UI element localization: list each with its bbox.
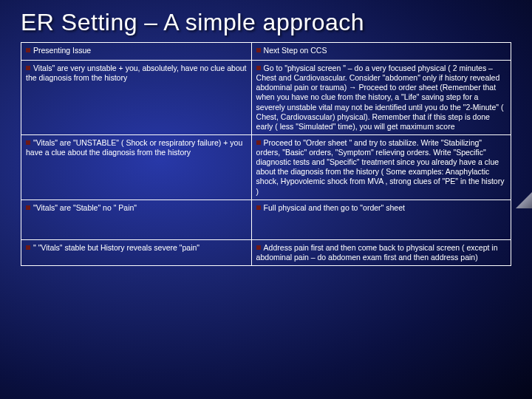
header-left-text: Presenting Issue	[33, 46, 91, 55]
slide-title: ER Setting – A simple approach	[0, 0, 532, 42]
bullet-icon	[26, 205, 30, 210]
cell-step: Full physical and then go to "order" she…	[264, 203, 405, 212]
header-next-step: Next Step on CCS	[251, 43, 511, 61]
table-row: " "Vitals" stable but History reveals se…	[21, 239, 511, 265]
header-presenting-issue: Presenting Issue	[21, 43, 252, 61]
cell-issue: Vitals" are very unstable + you, absolut…	[26, 64, 246, 82]
table-row: Vitals" are very unstable + you, absolut…	[21, 61, 511, 135]
bullet-icon	[26, 66, 30, 70]
bullet-icon	[26, 140, 30, 145]
table-header-row: Presenting Issue Next Step on CCS	[21, 43, 511, 61]
cell-step: Address pain first and then come back to…	[256, 243, 498, 262]
bullet-icon	[256, 205, 261, 210]
bullet-icon	[256, 140, 261, 145]
page-curl-icon	[516, 192, 532, 208]
cell-issue: " "Vitals" stable but History reveals se…	[33, 243, 200, 252]
bullet-icon	[256, 66, 261, 70]
bullet-icon	[256, 245, 261, 250]
bullet-icon	[26, 48, 30, 52]
header-right-text: Next Step on CCS	[264, 46, 327, 55]
cell-step: Proceed to "Order sheet " and try to sta…	[256, 138, 505, 196]
cell-issue: "Vitals" are "Stable" no " Pain"	[33, 203, 137, 212]
table-row: "Vitals" are "UNSTABLE" ( Shock or respi…	[21, 134, 511, 200]
bullet-icon	[26, 245, 30, 250]
bullet-icon	[256, 48, 261, 52]
cell-issue: "Vitals" are "UNSTABLE" ( Shock or respi…	[26, 138, 242, 157]
table-row: "Vitals" are "Stable" no " Pain" Full ph…	[21, 200, 511, 239]
cell-step: Go to "physical screen " – do a very foc…	[256, 64, 504, 131]
approach-table: Presenting Issue Next Step on CCS Vitals…	[21, 42, 511, 266]
